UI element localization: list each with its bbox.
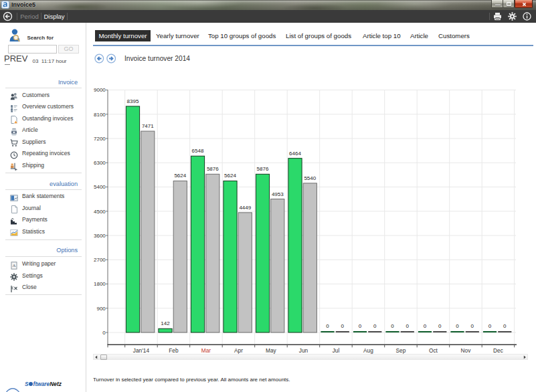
svg-text:4449: 4449 [239, 205, 251, 211]
svg-text:4953: 4953 [272, 191, 284, 197]
svg-text:9000: 9000 [94, 87, 106, 93]
svg-text:0: 0 [341, 323, 345, 329]
svg-text:0: 0 [424, 323, 427, 329]
svg-text:Sep: Sep [396, 347, 406, 354]
svg-text:Jun: Jun [299, 347, 308, 354]
svg-text:142: 142 [161, 320, 170, 326]
svg-text:Mar: Mar [201, 347, 211, 354]
svg-text:Dec: Dec [493, 347, 503, 354]
svg-text:5540: 5540 [304, 175, 316, 181]
svg-text:7471: 7471 [142, 123, 154, 129]
svg-text:6464: 6464 [289, 151, 301, 157]
svg-text:5624: 5624 [174, 173, 186, 179]
svg-text:0: 0 [373, 323, 377, 329]
svg-text:Nov: Nov [461, 347, 472, 354]
svg-text:8395: 8395 [127, 98, 139, 104]
svg-text:4500: 4500 [94, 209, 106, 215]
svg-text:8100: 8100 [94, 112, 106, 118]
svg-text:Aug: Aug [363, 347, 373, 354]
svg-text:0: 0 [438, 323, 442, 329]
svg-text:5876: 5876 [207, 166, 219, 172]
svg-text:0: 0 [391, 323, 394, 329]
svg-text:May: May [266, 347, 277, 354]
svg-text:0: 0 [102, 330, 106, 336]
svg-text:5876: 5876 [257, 166, 269, 172]
svg-text:0: 0 [503, 323, 507, 329]
svg-text:1800: 1800 [94, 281, 106, 287]
svg-text:0: 0 [471, 323, 474, 329]
svg-text:7200: 7200 [94, 136, 106, 142]
svg-text:0: 0 [359, 323, 362, 329]
svg-text:0: 0 [488, 323, 492, 329]
svg-text:2700: 2700 [94, 257, 106, 263]
svg-text:Apr: Apr [234, 347, 243, 354]
svg-text:5400: 5400 [94, 184, 106, 190]
svg-text:Jul: Jul [333, 347, 340, 354]
svg-text:A: A [12, 263, 15, 268]
svg-text:Jan'14: Jan'14 [133, 347, 150, 354]
svg-text:5624: 5624 [224, 173, 236, 179]
svg-text:Feb: Feb [169, 347, 179, 354]
svg-text:0: 0 [326, 323, 329, 329]
svg-text:0: 0 [456, 323, 459, 329]
svg-text:900: 900 [96, 306, 106, 312]
svg-text:Oct: Oct [429, 347, 438, 354]
svg-text:6548: 6548 [192, 148, 204, 154]
svg-text:0: 0 [406, 323, 410, 329]
svg-text:6300: 6300 [94, 160, 106, 166]
svg-text:3600: 3600 [94, 233, 106, 239]
